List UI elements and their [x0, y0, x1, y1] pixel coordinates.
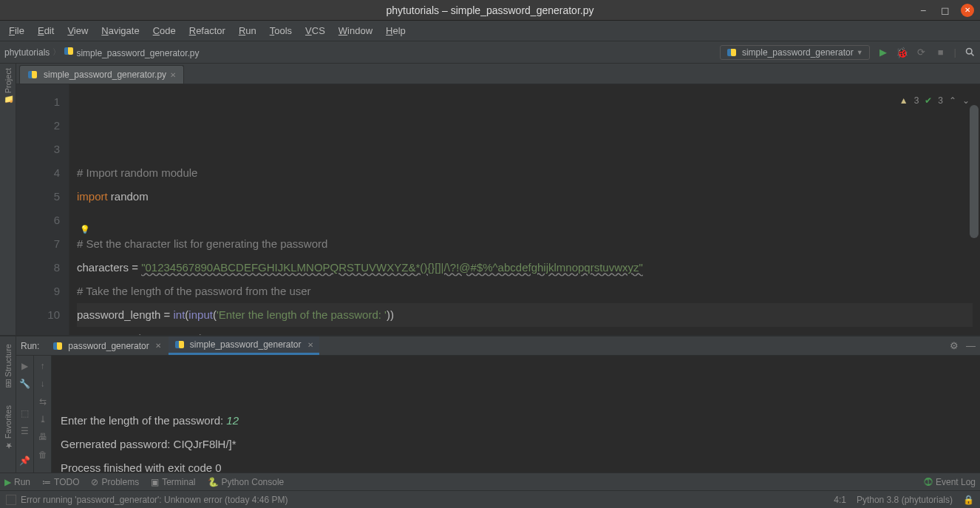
run-icon[interactable]: ▶	[877, 47, 889, 58]
menu-file[interactable]: File	[3, 24, 30, 38]
minimize-icon[interactable]: −	[916, 4, 930, 17]
menu-edit[interactable]: Edit	[32, 24, 60, 38]
pin-icon[interactable]: 📌	[19, 455, 31, 467]
gutter-line-numbers: 12345678910	[16, 84, 69, 335]
scroll-down-icon[interactable]: ⬚	[19, 407, 31, 419]
search-icon[interactable]	[964, 47, 976, 58]
menu-vcs[interactable]: VCS	[299, 24, 331, 38]
run-tab[interactable]: password_generator✕	[47, 338, 166, 354]
chevron-right-icon: 〉	[52, 47, 61, 58]
inspection-summary[interactable]: ▲3 ✔3 ⌃ ⌄	[899, 89, 970, 112]
maximize-icon[interactable]: ◻	[939, 4, 952, 17]
run-configuration-selector[interactable]: simple_password_generator ▼	[720, 45, 870, 60]
menu-bar: File Edit View Navigate Code Refactor Ru…	[0, 21, 980, 41]
code-editor[interactable]: 12345678910 ▲3 ✔3 ⌃ ⌄ # Import random mo…	[16, 84, 980, 335]
editor-scrollbar[interactable]	[970, 105, 979, 335]
console-output[interactable]: Enter the length of the password: 12Gern…	[52, 356, 980, 508]
close-tab-icon[interactable]: ✕	[170, 71, 176, 79]
gear-icon[interactable]: ⚙	[950, 340, 959, 351]
python-icon	[64, 46, 74, 56]
title-bar: phytutorials – simple_password_generator…	[0, 0, 980, 21]
close-tab-icon[interactable]: ✕	[155, 342, 161, 350]
breadcrumb: phytutorials 〉 simple_password_generator…	[4, 46, 199, 58]
python-icon	[52, 341, 63, 351]
python-icon	[727, 47, 737, 58]
python-icon	[174, 339, 185, 350]
run-tool-button[interactable]: ▶ Run	[4, 477, 30, 487]
menu-run[interactable]: Run	[233, 24, 262, 38]
menu-tools[interactable]: Tools	[264, 24, 298, 38]
debug-icon[interactable]: 🐞	[896, 47, 908, 58]
minimize-panel-icon[interactable]: —	[966, 340, 976, 351]
down-arrow-icon[interactable]: ↓	[37, 378, 49, 390]
stop-icon[interactable]: ■	[935, 47, 947, 58]
close-icon[interactable]: ✕	[961, 4, 974, 17]
chevron-down-icon: ▼	[857, 49, 863, 56]
menu-view[interactable]: View	[61, 24, 94, 38]
run-panel-label: Run:	[21, 341, 39, 351]
warning-icon: ▲	[899, 89, 908, 112]
up-arrow-icon[interactable]: ↑	[37, 360, 49, 372]
code-content[interactable]: ▲3 ✔3 ⌃ ⌄ # Import random moduleimport r…	[69, 84, 980, 335]
tool-windows-toggle-icon[interactable]	[6, 495, 16, 505]
editor-tabs: simple_password_generator.py ✕	[16, 64, 980, 84]
close-tab-icon[interactable]: ✕	[307, 341, 313, 349]
window-title: phytutorials – simple_password_generator…	[387, 4, 594, 16]
left-tool-gutter-mid: 🗄 Structure ★ Favorites	[0, 336, 16, 473]
menu-refactor[interactable]: Refactor	[183, 24, 231, 38]
layout-icon[interactable]: ☰	[19, 425, 31, 437]
menu-code[interactable]: Code	[147, 24, 182, 38]
wrench-icon[interactable]: 🔧	[19, 378, 31, 390]
scroll-end-icon[interactable]: ⤓	[37, 413, 49, 425]
run-tool-window: 🗄 Structure ★ Favorites Run: password_ge…	[0, 335, 980, 473]
editor-tab[interactable]: simple_password_generator.py ✕	[19, 65, 184, 84]
chevron-up-icon[interactable]: ⌃	[949, 89, 956, 112]
coverage-icon[interactable]: ⟳	[916, 47, 928, 58]
chevron-down-icon[interactable]: ⌄	[962, 89, 970, 112]
print-icon[interactable]: 🖶	[37, 431, 49, 443]
navigation-bar: phytutorials 〉 simple_password_generator…	[0, 41, 980, 64]
svg-point-0	[966, 49, 972, 55]
soft-wrap-icon[interactable]: ⇆	[37, 396, 49, 407]
trash-icon[interactable]: 🗑	[37, 449, 49, 461]
breadcrumb-file[interactable]: simple_password_generator.py	[64, 46, 199, 58]
check-icon: ✔	[925, 89, 932, 112]
tool-project[interactable]: 📁 Project	[3, 68, 13, 105]
menu-navigate[interactable]: Navigate	[95, 24, 145, 38]
run-tab[interactable]: simple_password_generator✕	[169, 336, 319, 355]
tool-favorites[interactable]: ★ Favorites	[3, 405, 13, 450]
left-tool-gutter: 📁 Project	[0, 64, 16, 335]
python-icon	[27, 70, 38, 80]
breadcrumb-project[interactable]: phytutorials	[4, 47, 50, 58]
tool-structure[interactable]: 🗄 Structure	[4, 344, 13, 387]
svg-line-1	[971, 53, 973, 55]
rerun-icon[interactable]: ▶	[19, 360, 31, 372]
menu-window[interactable]: Window	[333, 24, 378, 38]
menu-help[interactable]: Help	[380, 24, 412, 38]
